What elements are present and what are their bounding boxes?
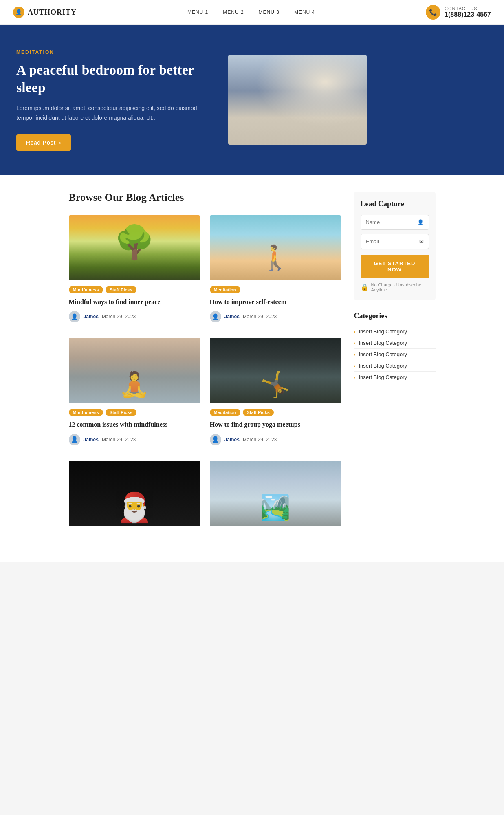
card-body: MeditationStaff Picks How to find group … <box>210 403 341 451</box>
card-image <box>69 215 200 280</box>
hero-image <box>228 55 367 145</box>
hero-content: MEDITATION A peaceful bedroom for better… <box>16 49 212 151</box>
tag[interactable]: Meditation <box>210 286 240 293</box>
blog-grid: MindfulnessStaff Picks Mindful ways to f… <box>69 215 341 537</box>
chevron-right-icon: › <box>354 340 356 346</box>
blog-card: Meditation How to improve self-esteem 👤 … <box>210 215 341 328</box>
card-body: Meditation How to improve self-esteem 👤 … <box>210 280 341 328</box>
hero-tag: MEDITATION <box>16 49 212 55</box>
author-row: 👤 James March 29, 2023 <box>69 311 200 322</box>
avatar: 👤 <box>210 311 221 322</box>
nav-menu-item[interactable]: MENU 4 <box>294 9 315 15</box>
hero-btn-arrow: › <box>59 139 61 146</box>
chevron-right-icon: › <box>354 363 356 369</box>
hero-title: A peaceful bedroom for better sleep <box>16 62 212 96</box>
tag-list: MeditationStaff Picks <box>210 409 341 416</box>
author-row: 👤 James March 29, 2023 <box>210 434 341 445</box>
avatar: 👤 <box>210 434 221 445</box>
navbar: 👤 AUTHORITY MENU 1MENU 2MENU 3MENU 4 📞 C… <box>0 0 504 25</box>
contact-phone: 1(888)123-4567 <box>445 11 491 18</box>
name-input[interactable] <box>366 219 417 225</box>
lead-title: Lead Capture <box>361 200 429 208</box>
card-image <box>69 461 200 526</box>
sidebar: Lead Capture 👤 ✉ GET STARTED NOW 🔒 No Ch… <box>354 192 436 537</box>
chevron-right-icon: › <box>354 328 356 335</box>
logo-icon: 👤 <box>13 7 24 18</box>
card-image <box>69 338 200 403</box>
tag[interactable]: Meditation <box>210 409 240 416</box>
tag[interactable]: Mindfulness <box>69 286 103 293</box>
get-started-button[interactable]: GET STARTED NOW <box>361 255 429 278</box>
tag[interactable]: Staff Picks <box>243 409 274 416</box>
blog-card: MindfulnessStaff Picks 12 common issues … <box>69 338 200 451</box>
blog-card <box>69 461 200 537</box>
hero-section: MEDITATION A peaceful bedroom for better… <box>0 25 504 175</box>
tag[interactable]: Mindfulness <box>69 409 103 416</box>
chevron-right-icon: › <box>354 351 356 357</box>
blog-content: Browse Our Blog Articles MindfulnessStaf… <box>69 192 341 537</box>
categories-title: Categories <box>354 312 436 320</box>
card-body <box>69 526 200 537</box>
tag-list: MindfulnessStaff Picks <box>69 286 200 293</box>
author-name: James <box>224 437 240 443</box>
card-title[interactable]: How to find group yoga meetups <box>210 420 341 429</box>
blog-card <box>210 461 341 537</box>
categories-section: Categories › Insert Blog Category › Inse… <box>354 312 436 383</box>
main-content: Browse Our Blog Articles MindfulnessStaf… <box>0 175 504 562</box>
card-image <box>210 215 341 280</box>
category-label: Insert Blog Category <box>359 340 407 346</box>
email-input[interactable] <box>366 238 419 244</box>
nav-menu-item[interactable]: MENU 1 <box>187 9 208 15</box>
category-label: Insert Blog Category <box>359 374 407 380</box>
author-name: James <box>84 437 99 443</box>
category-item[interactable]: › Insert Blog Category <box>354 349 436 360</box>
author-row: 👤 James March 29, 2023 <box>210 311 341 322</box>
avatar: 👤 <box>69 311 80 322</box>
card-image <box>210 338 341 403</box>
blog-card: MeditationStaff Picks How to find group … <box>210 338 341 451</box>
lock-icon: 🔒 <box>361 283 369 291</box>
card-title[interactable]: Mindful ways to find inner peace <box>69 297 200 306</box>
card-title[interactable]: How to improve self-esteem <box>210 297 341 306</box>
section-title: Browse Our Blog Articles <box>69 192 341 204</box>
nav-menu: MENU 1MENU 2MENU 3MENU 4 <box>187 9 315 15</box>
categories-list: › Insert Blog Category › Insert Blog Cat… <box>354 326 436 383</box>
category-item[interactable]: › Insert Blog Category <box>354 372 436 383</box>
author-name: James <box>84 314 99 319</box>
card-body <box>210 526 341 537</box>
tag-list: MindfulnessStaff Picks <box>69 409 200 416</box>
tag[interactable]: Staff Picks <box>106 409 136 416</box>
hero-image-inner <box>228 55 367 145</box>
lead-note-text: No Charge · Unsubscribe Anytime <box>371 282 429 292</box>
category-label: Insert Blog Category <box>359 351 407 357</box>
nav-contact: 📞 CONTACT US 1(888)123-4567 <box>426 5 491 20</box>
contact-info: CONTACT US 1(888)123-4567 <box>445 6 491 18</box>
category-item[interactable]: › Insert Blog Category <box>354 337 436 349</box>
tag[interactable]: Staff Picks <box>106 286 136 293</box>
author-date: March 29, 2023 <box>243 314 277 319</box>
contact-label: CONTACT US <box>445 6 491 11</box>
nav-menu-item[interactable]: MENU 3 <box>259 9 280 15</box>
hero-btn-label: Read Post <box>26 139 56 146</box>
category-item[interactable]: › Insert Blog Category <box>354 360 436 372</box>
person-icon: 👤 <box>417 219 424 225</box>
main-inner: Browse Our Blog Articles MindfulnessStaf… <box>69 192 436 537</box>
card-title[interactable]: 12 common issues with mindfulness <box>69 420 200 429</box>
blog-card: MindfulnessStaff Picks Mindful ways to f… <box>69 215 200 328</box>
lead-note: 🔒 No Charge · Unsubscribe Anytime <box>361 282 429 292</box>
author-date: March 29, 2023 <box>102 437 136 443</box>
lead-capture: Lead Capture 👤 ✉ GET STARTED NOW 🔒 No Ch… <box>354 192 436 300</box>
read-post-button[interactable]: Read Post › <box>16 134 71 151</box>
logo-text: AUTHORITY <box>28 8 77 17</box>
logo[interactable]: 👤 AUTHORITY <box>13 7 77 18</box>
card-body: MindfulnessStaff Picks Mindful ways to f… <box>69 280 200 328</box>
email-input-wrapper: ✉ <box>361 234 429 249</box>
phone-icon: 📞 <box>426 5 440 20</box>
name-input-wrapper: 👤 <box>361 215 429 230</box>
category-label: Insert Blog Category <box>359 328 407 335</box>
card-image <box>210 461 341 526</box>
tag-list: Meditation <box>210 286 341 293</box>
category-item[interactable]: › Insert Blog Category <box>354 326 436 337</box>
nav-menu-item[interactable]: MENU 2 <box>223 9 244 15</box>
card-body: MindfulnessStaff Picks 12 common issues … <box>69 403 200 451</box>
